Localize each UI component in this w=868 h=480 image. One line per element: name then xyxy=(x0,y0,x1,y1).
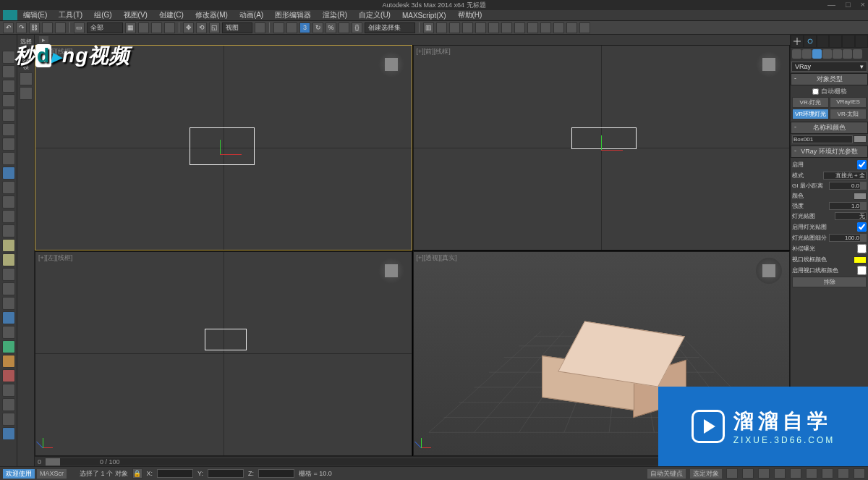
tool-icon[interactable] xyxy=(2,427,15,440)
nav-icon[interactable] xyxy=(838,468,849,479)
comp-exp-checkbox[interactable] xyxy=(857,244,867,253)
y-coord-field[interactable] xyxy=(208,469,244,478)
tool-icon[interactable] xyxy=(2,311,15,324)
schematic-icon[interactable] xyxy=(475,22,486,33)
vray-ies-button[interactable]: VRayIES xyxy=(830,97,867,108)
tool-icon[interactable] xyxy=(540,22,551,33)
tool-icon[interactable] xyxy=(2,138,15,151)
goto-start-icon[interactable] xyxy=(726,468,738,479)
minimize-icon[interactable]: — xyxy=(827,0,835,9)
angle-snap-icon[interactable]: ↻ xyxy=(312,22,323,33)
lightmap-field[interactable]: 无 xyxy=(835,212,867,220)
transform-gizmo[interactable] xyxy=(601,139,630,161)
viewport-label[interactable]: [+][前][线框] xyxy=(417,47,451,56)
ribbon-icon[interactable] xyxy=(20,72,33,85)
move-icon[interactable]: ✥ xyxy=(183,22,194,33)
z-coord-field[interactable] xyxy=(258,469,294,478)
edit-named-sel-icon[interactable]: {} xyxy=(352,22,362,33)
spinner-icon[interactable] xyxy=(861,182,867,190)
manipulate-icon[interactable] xyxy=(273,22,284,33)
object-color-swatch[interactable] xyxy=(854,135,867,143)
next-frame-icon[interactable] xyxy=(774,468,786,479)
select-icon[interactable]: ▭ xyxy=(74,22,85,33)
light-icon[interactable] xyxy=(2,239,15,252)
vr-env-light-button[interactable]: VR环境灯光 xyxy=(792,109,829,119)
renderer-dropdown[interactable]: VRay▾ xyxy=(791,62,867,72)
motion-tab-icon[interactable] xyxy=(829,35,842,48)
unlink-icon[interactable] xyxy=(42,22,53,33)
tool-icon[interactable] xyxy=(2,384,15,397)
tool-icon[interactable] xyxy=(2,340,15,353)
viewport-top[interactable]: [+][顶][线框] xyxy=(35,45,412,250)
menu-modifiers[interactable]: 修改器(M) xyxy=(190,10,234,20)
tool-icon[interactable] xyxy=(2,80,15,93)
shapes-icon[interactable] xyxy=(802,49,812,59)
tool-icon[interactable] xyxy=(2,195,15,209)
tool-icon[interactable] xyxy=(2,282,15,295)
viewport-label[interactable]: [+][透视][真实] xyxy=(417,253,457,263)
utilities-tab-icon[interactable] xyxy=(855,35,868,48)
welcome-chip[interactable]: 欢迎使用 xyxy=(3,469,35,479)
x-coord-field[interactable] xyxy=(157,469,193,478)
menu-maxscript[interactable]: MAXScript(X) xyxy=(396,12,452,20)
sun-icon[interactable] xyxy=(2,253,15,266)
tool-icon[interactable] xyxy=(2,152,15,165)
modify-tab-icon[interactable] xyxy=(804,35,817,48)
maximize-icon[interactable]: □ xyxy=(846,0,851,9)
select-name-icon[interactable] xyxy=(138,22,149,33)
window-crossing-icon[interactable] xyxy=(164,22,175,33)
ribbon-icon[interactable] xyxy=(20,87,33,100)
spinner-icon[interactable] xyxy=(861,234,867,242)
close-icon[interactable]: × xyxy=(861,0,865,9)
menu-edit[interactable]: 编辑(E) xyxy=(17,10,53,20)
geometry-icon[interactable] xyxy=(792,49,801,59)
tool-icon[interactable] xyxy=(2,326,15,339)
viewport-left[interactable]: [+][左][线框] xyxy=(35,251,412,457)
use-vp-wire-checkbox[interactable] xyxy=(857,266,867,275)
selected-dropdown[interactable]: 选定对象 xyxy=(690,469,722,479)
lights-icon[interactable] xyxy=(812,49,822,59)
vr-light-button[interactable]: VR-灯光 xyxy=(792,97,829,108)
named-selection-field[interactable]: 创建选择集 xyxy=(365,22,415,33)
intensity-field[interactable]: 1.0 xyxy=(829,202,861,210)
nav-icon[interactable] xyxy=(806,468,817,479)
cameras-icon[interactable] xyxy=(822,49,832,59)
spinner-icon[interactable] xyxy=(861,202,867,210)
keyboard-icon[interactable] xyxy=(286,22,297,33)
rotate-icon[interactable]: ⟲ xyxy=(196,22,207,33)
pivot-icon[interactable] xyxy=(255,22,265,33)
menu-render[interactable]: 渲染(R) xyxy=(317,10,353,20)
scale-icon[interactable]: ◱ xyxy=(209,22,220,33)
tool-icon[interactable] xyxy=(2,355,15,368)
curve-editor-icon[interactable] xyxy=(462,22,473,33)
align-icon[interactable] xyxy=(436,22,447,33)
viewport-label[interactable]: [+][顶][线框] xyxy=(38,47,72,56)
tool-icon[interactable] xyxy=(2,297,15,310)
tool-icon[interactable] xyxy=(2,51,15,64)
display-tab-icon[interactable] xyxy=(842,35,855,48)
lock-icon[interactable]: 🔒 xyxy=(132,468,142,479)
viewport-label[interactable]: [+][左][线框] xyxy=(38,253,72,263)
enable-checkbox[interactable] xyxy=(857,160,867,169)
render-icon[interactable] xyxy=(527,22,538,33)
nav-icon[interactable] xyxy=(854,468,865,479)
material-editor-icon[interactable] xyxy=(488,22,499,33)
object-name-field[interactable]: Box001 xyxy=(792,135,853,143)
redo-icon[interactable]: ↷ xyxy=(16,22,27,33)
select-region-icon[interactable] xyxy=(151,22,162,33)
wireframe-box[interactable] xyxy=(205,329,247,350)
ref-coord-dropdown[interactable]: 视图 xyxy=(222,22,252,33)
gi-min-field[interactable]: 0.0 xyxy=(829,182,861,190)
tool-icon[interactable] xyxy=(2,398,15,411)
menu-create[interactable]: 创建(C) xyxy=(153,10,190,20)
hierarchy-tab-icon[interactable] xyxy=(817,35,830,48)
menu-group[interactable]: 组(G) xyxy=(88,10,117,20)
maxscript-chip[interactable]: MAXScr xyxy=(37,469,67,479)
viewport-front[interactable]: [+][前][线框] xyxy=(413,45,791,250)
tool-icon[interactable] xyxy=(579,22,590,33)
mode-dropdown[interactable]: 直接光 + 全 xyxy=(823,172,867,180)
menu-tools[interactable]: 工具(T) xyxy=(53,10,88,20)
layers-icon[interactable] xyxy=(449,22,460,33)
menu-views[interactable]: 视图(V) xyxy=(118,10,153,20)
selection-filter[interactable]: 全部 xyxy=(87,22,123,33)
